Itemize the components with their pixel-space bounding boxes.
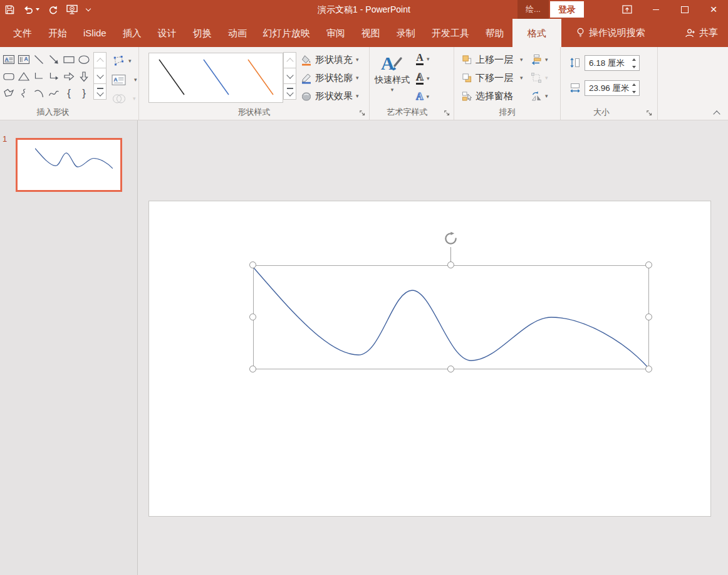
shape-arc-button[interactable] bbox=[31, 85, 46, 102]
align-caret-icon[interactable]: ▾ bbox=[545, 57, 548, 63]
tab-insert[interactable]: 插入 bbox=[115, 19, 150, 47]
shapes-scroll-up-button[interactable] bbox=[93, 52, 107, 68]
shape-outline-caret-icon[interactable]: ▾ bbox=[356, 75, 359, 81]
shape-textbox-horizontal-button[interactable]: A bbox=[1, 51, 16, 68]
dialog-launcher-size[interactable] bbox=[645, 108, 653, 117]
tell-me-search[interactable]: 操作说明搜索 bbox=[573, 19, 649, 47]
shape-rectangle-button[interactable] bbox=[61, 51, 76, 68]
shape-line-arrow-button[interactable] bbox=[46, 51, 61, 68]
width-spin-down-button[interactable] bbox=[630, 89, 638, 95]
maximize-button[interactable] bbox=[670, 0, 699, 19]
tab-animations[interactable]: 动画 bbox=[220, 19, 255, 47]
height-spin-down-button[interactable] bbox=[630, 64, 638, 70]
shape-right-arrow-button[interactable] bbox=[61, 68, 76, 85]
shapes-scroll-down-button[interactable] bbox=[93, 68, 107, 84]
quick-styles-caret-icon[interactable]: ▾ bbox=[391, 87, 394, 93]
slide-thumbnails-panel[interactable]: 1 bbox=[0, 120, 138, 575]
tab-slideshow[interactable]: 幻灯片放映 bbox=[255, 19, 318, 47]
insert-textbox-button[interactable]: A ▾ bbox=[112, 74, 137, 86]
dialog-launcher-shape-styles[interactable] bbox=[358, 108, 367, 117]
handle-bottom-right[interactable] bbox=[645, 366, 652, 372]
textbox-caret-icon[interactable]: ▾ bbox=[134, 77, 137, 83]
handle-middle-right[interactable] bbox=[645, 314, 652, 320]
shape-freeform-button[interactable] bbox=[1, 85, 16, 102]
minimize-button[interactable] bbox=[642, 0, 670, 19]
shape-height-value[interactable]: 6.18 厘米 bbox=[589, 58, 625, 69]
shape-effects-button[interactable]: 形状效果 ▾ bbox=[301, 90, 359, 102]
shape-elbow-connector-button[interactable] bbox=[31, 68, 46, 85]
shape-triangle-button[interactable] bbox=[16, 68, 31, 85]
shape-effects-caret-icon[interactable]: ▾ bbox=[356, 93, 359, 99]
text-fill-caret-icon[interactable]: ▾ bbox=[427, 56, 430, 62]
shapes-gallery-more-button[interactable] bbox=[93, 83, 107, 100]
handle-bottom-left[interactable] bbox=[249, 366, 256, 372]
shape-right-brace-button[interactable]: } bbox=[76, 85, 91, 102]
handle-top-right[interactable] bbox=[645, 261, 652, 268]
bring-forward-caret-icon[interactable]: ▾ bbox=[520, 57, 523, 63]
tab-help[interactable]: 帮助 bbox=[477, 19, 512, 47]
rotate-handle[interactable] bbox=[444, 231, 458, 246]
shape-style-preset-3[interactable] bbox=[238, 53, 283, 102]
tab-format[interactable]: 格式 bbox=[512, 19, 561, 47]
send-backward-button[interactable]: 下移一层 ▾ bbox=[462, 72, 523, 84]
tab-home[interactable]: 开始 bbox=[40, 19, 75, 47]
text-effects-button[interactable]: A ▾ bbox=[416, 92, 429, 102]
text-outline-button[interactable]: A ▾ bbox=[416, 72, 430, 85]
redo-button[interactable] bbox=[48, 5, 58, 14]
tab-transitions[interactable]: 切换 bbox=[185, 19, 220, 47]
send-backward-caret-icon[interactable]: ▾ bbox=[520, 75, 523, 81]
handle-top-left[interactable] bbox=[249, 261, 256, 268]
text-fill-button[interactable]: A ▾ bbox=[416, 53, 430, 65]
shape-left-brace-button[interactable]: { bbox=[61, 85, 76, 102]
collapse-ribbon-button[interactable] bbox=[710, 107, 723, 117]
shape-fill-button[interactable]: 形状填充 ▾ bbox=[301, 54, 359, 66]
save-button[interactable] bbox=[5, 5, 14, 14]
text-outline-caret-icon[interactable]: ▾ bbox=[427, 76, 430, 82]
height-spin-up-button[interactable] bbox=[630, 56, 638, 62]
shape-fill-caret-icon[interactable]: ▾ bbox=[356, 57, 359, 63]
quick-styles-button[interactable]: A 快速样式 ▾ bbox=[376, 52, 408, 93]
shape-down-arrow-button[interactable] bbox=[76, 68, 91, 85]
styles-scroll-up-button[interactable] bbox=[283, 52, 296, 68]
dialog-launcher-wordart[interactable] bbox=[442, 108, 451, 117]
shape-style-preset-1[interactable] bbox=[149, 53, 194, 102]
customize-qat-button[interactable] bbox=[86, 7, 90, 13]
shape-height-field[interactable]: 6.18 厘米 bbox=[585, 55, 640, 71]
shape-line-button[interactable] bbox=[31, 51, 46, 68]
share-button[interactable]: 共享 bbox=[685, 19, 718, 47]
rotate-objects-button[interactable]: ▾ bbox=[531, 90, 548, 102]
slide-thumbnail-1[interactable] bbox=[16, 138, 122, 192]
shape-width-field[interactable]: 23.96 厘米 bbox=[585, 80, 640, 96]
shape-textbox-vertical-button[interactable]: A bbox=[16, 51, 31, 68]
slide-canvas[interactable] bbox=[148, 201, 711, 517]
styles-scroll-down-button[interactable] bbox=[283, 68, 296, 84]
shape-width-value[interactable]: 23.96 厘米 bbox=[589, 83, 630, 94]
tab-islide[interactable]: iSlide bbox=[75, 19, 115, 47]
contextual-tab-group-drawing-tools[interactable]: 绘... bbox=[517, 0, 549, 19]
sign-in-button[interactable]: 登录 bbox=[550, 1, 584, 18]
text-effects-caret-icon[interactable]: ▾ bbox=[427, 94, 430, 100]
handle-middle-left[interactable] bbox=[249, 314, 256, 320]
shape-elbow-arrow-connector-button[interactable] bbox=[46, 68, 61, 85]
tab-view[interactable]: 视图 bbox=[353, 19, 388, 47]
tab-design[interactable]: 设计 bbox=[150, 19, 185, 47]
handle-bottom-center[interactable] bbox=[447, 366, 454, 372]
handle-top-center[interactable] bbox=[447, 261, 454, 268]
close-button[interactable]: × bbox=[699, 0, 728, 19]
rotate-caret-icon[interactable]: ▾ bbox=[545, 93, 548, 99]
width-spin-up-button[interactable] bbox=[630, 82, 638, 87]
shape-scribble-button[interactable] bbox=[16, 85, 31, 102]
tab-file[interactable]: 文件 bbox=[5, 19, 40, 47]
tab-record[interactable]: 录制 bbox=[388, 19, 424, 47]
selection-pane-button[interactable]: 选择窗格 bbox=[462, 90, 513, 102]
edit-shape-button[interactable]: ▾ bbox=[112, 55, 132, 67]
tab-review[interactable]: 审阅 bbox=[318, 19, 353, 47]
shape-style-preset-2[interactable] bbox=[194, 53, 238, 102]
shape-oval-button[interactable] bbox=[76, 51, 91, 68]
undo-dropdown-caret-icon[interactable] bbox=[36, 8, 39, 11]
ribbon-display-options-button[interactable] bbox=[613, 0, 642, 19]
edit-shape-caret-icon[interactable]: ▾ bbox=[128, 58, 132, 64]
shape-curve-button[interactable] bbox=[46, 85, 61, 102]
shape-rounded-rectangle-button[interactable] bbox=[1, 68, 16, 85]
shape-outline-button[interactable]: 形状轮廓 ▾ bbox=[301, 72, 359, 84]
